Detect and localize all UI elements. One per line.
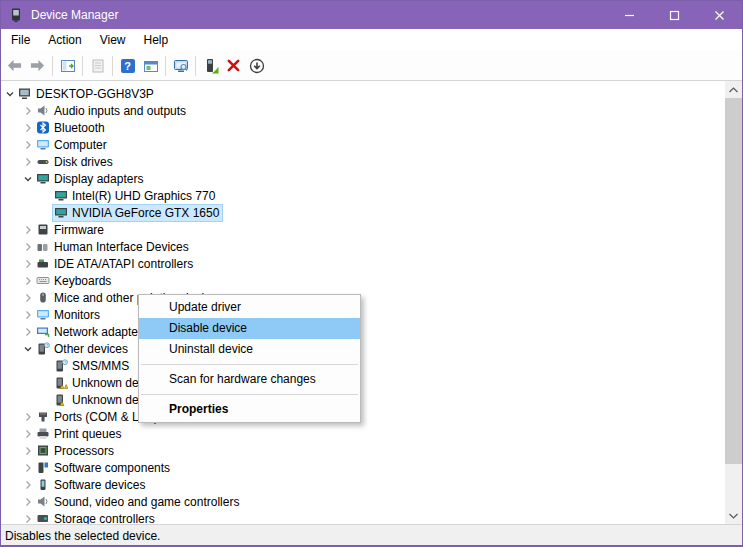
chevron-collapsed-icon[interactable] xyxy=(21,461,35,474)
forward-icon[interactable] xyxy=(26,54,49,78)
tree-row-display-adapters[interactable]: Display adapters xyxy=(1,170,742,187)
tree-label: Sound, video and game controllers xyxy=(54,495,239,509)
toolbar-separator xyxy=(52,56,53,76)
hid-icon xyxy=(36,240,50,253)
speaker-icon xyxy=(36,495,50,508)
vertical-scrollbar[interactable] xyxy=(725,81,742,524)
maximize-button[interactable] xyxy=(652,1,697,29)
chevron-collapsed-icon[interactable] xyxy=(21,512,35,524)
tree-row-ide-controllers[interactable]: IDE ATA/ATAPI controllers xyxy=(1,255,742,272)
menubar: File Action View Help xyxy=(1,29,742,51)
chevron-collapsed-icon[interactable] xyxy=(21,291,35,304)
toolbar-separator xyxy=(165,56,166,76)
tree-label: Intel(R) UHD Graphics 770 xyxy=(72,189,215,203)
tree-row-nvidia-gpu[interactable]: NVIDIA GeForce GTX 1650 xyxy=(1,204,742,221)
device-tree-pane: DESKTOP-GGH8V3P Audio inputs and outputs… xyxy=(1,81,742,524)
chevron-none xyxy=(39,206,53,219)
menu-help[interactable]: Help xyxy=(135,31,178,49)
chevron-collapsed-icon[interactable] xyxy=(21,104,35,117)
uninstall-device-icon[interactable] xyxy=(222,54,245,78)
tree-row-bluetooth[interactable]: Bluetooth xyxy=(1,119,742,136)
chevron-collapsed-icon[interactable] xyxy=(21,138,35,151)
toolbar-separator xyxy=(195,56,196,76)
chevron-collapsed-icon[interactable] xyxy=(21,257,35,270)
context-menu-scan-hardware-changes[interactable]: Scan for hardware changes xyxy=(139,369,360,390)
menu-action[interactable]: Action xyxy=(39,31,90,49)
context-menu-separator xyxy=(141,364,358,365)
tree-row-mice[interactable]: Mice and other pointing devices xyxy=(1,289,742,306)
network-adapter-icon xyxy=(36,325,50,338)
display-adapter-icon xyxy=(54,206,68,219)
tree-row-keyboards[interactable]: Keyboards xyxy=(1,272,742,289)
chevron-collapsed-icon[interactable] xyxy=(21,325,35,338)
chevron-collapsed-icon[interactable] xyxy=(21,478,35,491)
tree-row-print-queues[interactable]: Print queues xyxy=(1,425,742,442)
chevron-expanded-icon[interactable] xyxy=(3,87,17,100)
tree-row-computer[interactable]: Computer xyxy=(1,136,742,153)
tree-row-desktop[interactable]: DESKTOP-GGH8V3P xyxy=(1,85,742,102)
scroll-down-icon[interactable] xyxy=(725,507,742,524)
chevron-collapsed-icon[interactable] xyxy=(21,308,35,321)
minimize-button[interactable] xyxy=(607,1,652,29)
close-button[interactable] xyxy=(697,1,742,29)
context-menu-properties[interactable]: Properties xyxy=(139,399,360,420)
disable-device-icon[interactable] xyxy=(245,54,268,78)
show-hide-console-tree-icon[interactable] xyxy=(56,54,79,78)
tree-row-intel-gpu[interactable]: Intel(R) UHD Graphics 770 xyxy=(1,187,742,204)
tree-row-hid[interactable]: Human Interface Devices xyxy=(1,238,742,255)
help-icon[interactable]: ? xyxy=(116,54,139,78)
tree-row-monitors[interactable]: Monitors xyxy=(1,306,742,323)
tree-row-processors[interactable]: Processors xyxy=(1,442,742,459)
tree-row-storage-controllers[interactable]: Storage controllers xyxy=(1,510,742,524)
chevron-collapsed-icon[interactable] xyxy=(21,410,35,423)
tree-row-software-components[interactable]: Software components xyxy=(1,459,742,476)
back-icon[interactable] xyxy=(3,54,26,78)
tree-label: DESKTOP-GGH8V3P xyxy=(36,87,154,101)
software-device-icon xyxy=(36,478,50,491)
properties-window-icon[interactable] xyxy=(139,54,162,78)
monitor-icon xyxy=(36,308,50,321)
chevron-collapsed-icon[interactable] xyxy=(21,240,35,253)
tree-row-unknown-device[interactable]: Unknown device xyxy=(1,374,742,391)
device-tree: DESKTOP-GGH8V3P Audio inputs and outputs… xyxy=(1,81,742,524)
tree-label: Software devices xyxy=(54,478,145,492)
tree-row-software-devices[interactable]: Software devices xyxy=(1,476,742,493)
tree-row-sound-controllers[interactable]: Sound, video and game controllers xyxy=(1,493,742,510)
context-menu: Update driver Disable device Uninstall d… xyxy=(138,294,361,423)
storage-controller-icon xyxy=(36,512,50,524)
context-menu-disable-device[interactable]: Disable device xyxy=(139,318,360,339)
chevron-collapsed-icon[interactable] xyxy=(21,223,35,236)
chevron-collapsed-icon[interactable] xyxy=(21,121,35,134)
menu-file[interactable]: File xyxy=(2,31,39,49)
tree-row-firmware[interactable]: Firmware xyxy=(1,221,742,238)
chevron-collapsed-icon[interactable] xyxy=(21,274,35,287)
tree-label: SMS/MMS xyxy=(72,359,129,373)
chevron-expanded-icon[interactable] xyxy=(21,172,35,185)
tree-label: Other devices xyxy=(54,342,128,356)
scan-hardware-changes-icon[interactable] xyxy=(169,54,192,78)
update-driver-icon[interactable] xyxy=(199,54,222,78)
device-manager-window: Device Manager File Action View Help xyxy=(0,0,743,547)
tree-row-sms-mms[interactable]: ? SMS/MMS xyxy=(1,357,742,374)
chevron-none xyxy=(39,393,53,406)
port-icon xyxy=(36,410,50,423)
chevron-collapsed-icon[interactable] xyxy=(21,444,35,457)
bluetooth-icon xyxy=(36,121,50,134)
tree-row-ports[interactable]: Ports (COM & LPT) xyxy=(1,408,742,425)
chevron-collapsed-icon[interactable] xyxy=(21,495,35,508)
export-list-icon[interactable] xyxy=(86,54,109,78)
chevron-collapsed-icon[interactable] xyxy=(21,155,35,168)
tree-row-network-adapters[interactable]: Network adapters xyxy=(1,323,742,340)
chevron-collapsed-icon[interactable] xyxy=(21,427,35,440)
scroll-up-icon[interactable] xyxy=(725,81,742,98)
scrollbar-thumb[interactable] xyxy=(725,98,742,464)
tree-row-unknown-device[interactable]: Unknown device xyxy=(1,391,742,408)
menu-view[interactable]: View xyxy=(91,31,135,49)
context-menu-update-driver[interactable]: Update driver xyxy=(139,297,360,318)
context-menu-uninstall-device[interactable]: Uninstall device xyxy=(139,339,360,360)
tree-row-other-devices[interactable]: ? Other devices xyxy=(1,340,742,357)
unknown-device-warning-icon xyxy=(54,376,68,389)
tree-row-audio-inputs[interactable]: Audio inputs and outputs xyxy=(1,102,742,119)
tree-row-disk-drives[interactable]: Disk drives xyxy=(1,153,742,170)
chevron-expanded-icon[interactable] xyxy=(21,342,35,355)
